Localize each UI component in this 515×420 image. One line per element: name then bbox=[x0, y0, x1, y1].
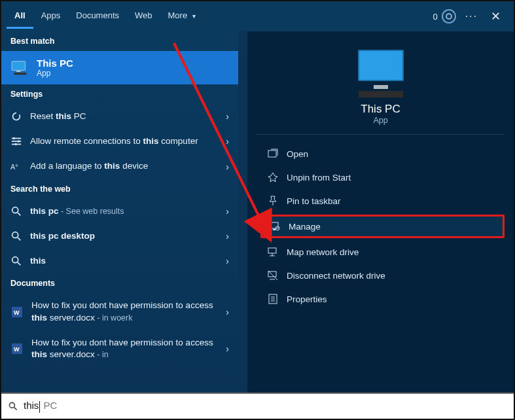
group-documents: Documents bbox=[1, 273, 238, 293]
chevron-right-icon: › bbox=[226, 343, 229, 354]
reset-icon bbox=[10, 111, 22, 122]
svg-rect-20 bbox=[268, 150, 276, 157]
medal-icon bbox=[442, 9, 456, 24]
results-panel: Best match This PC App Settings Reset th… bbox=[1, 31, 238, 393]
rewards-points[interactable]: 0 bbox=[433, 9, 455, 24]
search-icon bbox=[10, 255, 22, 267]
action-pin-taskbar[interactable]: Pin to taskbar bbox=[260, 191, 505, 211]
group-best-match: Best match bbox=[1, 31, 238, 51]
group-settings: Settings bbox=[1, 84, 238, 104]
web-this-pc[interactable]: this pc - See web results › bbox=[1, 199, 238, 224]
rewards-count: 0 bbox=[433, 12, 437, 22]
word-doc-icon: W bbox=[10, 342, 24, 355]
svg-point-10 bbox=[12, 207, 18, 213]
search-icon bbox=[10, 230, 22, 242]
svg-point-35 bbox=[9, 402, 14, 408]
action-disconnect-drive[interactable]: Disconnect network drive bbox=[260, 266, 505, 285]
action-manage[interactable]: Manage bbox=[260, 215, 505, 238]
chevron-right-icon: › bbox=[226, 162, 229, 172]
disconnect-drive-icon bbox=[267, 270, 279, 281]
svg-rect-1 bbox=[16, 71, 21, 72]
svg-rect-2 bbox=[14, 72, 26, 74]
svg-rect-0 bbox=[12, 61, 26, 70]
more-options-button[interactable]: ··· bbox=[465, 10, 478, 22]
settings-reset-this-pc[interactable]: Reset this PC › bbox=[1, 104, 238, 129]
header-bar: All Apps Documents Web More ▾ 0 ··· ✕ bbox=[1, 1, 514, 31]
action-unpin-start[interactable]: Unpin from Start bbox=[260, 167, 505, 187]
svg-point-8 bbox=[14, 143, 17, 146]
preview-panel: This PC App Open Unpin from Start Pin to… bbox=[247, 31, 514, 393]
manage-icon bbox=[269, 220, 281, 232]
map-drive-icon bbox=[267, 246, 279, 258]
group-web: Search the web bbox=[1, 179, 238, 199]
svg-text:A°: A° bbox=[10, 162, 18, 170]
chevron-right-icon: › bbox=[226, 231, 229, 241]
action-open-label: Open bbox=[287, 149, 308, 159]
pin-icon bbox=[267, 195, 279, 207]
chevron-right-icon: › bbox=[226, 256, 229, 266]
svg-rect-21 bbox=[270, 222, 278, 228]
tab-more[interactable]: More ▾ bbox=[160, 1, 204, 27]
preview-subtitle: App bbox=[373, 116, 387, 125]
tab-all[interactable]: All bbox=[7, 1, 33, 29]
doc-result-1[interactable]: W How to fix you dont have permission to… bbox=[1, 293, 238, 330]
action-disconnect-label: Disconnect network drive bbox=[287, 271, 385, 281]
best-match-this-pc[interactable]: This PC App bbox=[1, 51, 238, 84]
action-manage-label: Manage bbox=[289, 222, 321, 232]
close-button[interactable]: ✕ bbox=[487, 9, 505, 24]
tab-documents[interactable]: Documents bbox=[68, 1, 127, 27]
chevron-right-icon: › bbox=[226, 136, 229, 147]
language-icon: A° bbox=[10, 161, 22, 173]
action-list: Open Unpin from Start Pin to taskbar Man… bbox=[257, 141, 505, 309]
settings-remote-connections[interactable]: Allow remote connections to this compute… bbox=[1, 129, 238, 154]
properties-icon bbox=[267, 293, 279, 305]
action-properties-label: Properties bbox=[287, 294, 327, 304]
doc-result-2[interactable]: W How to fix you dont have permission to… bbox=[1, 330, 238, 367]
action-properties[interactable]: Properties bbox=[260, 289, 505, 309]
svg-text:W: W bbox=[14, 309, 20, 316]
svg-point-14 bbox=[12, 257, 18, 263]
preview-header: This PC App bbox=[257, 43, 505, 135]
tab-more-label: More bbox=[168, 10, 188, 20]
svg-line-13 bbox=[18, 237, 21, 241]
svg-point-12 bbox=[12, 232, 18, 238]
svg-point-6 bbox=[13, 137, 16, 140]
tab-apps[interactable]: Apps bbox=[33, 1, 69, 27]
header-right: 0 ··· ✕ bbox=[433, 1, 508, 31]
search-bar[interactable]: this PC bbox=[1, 393, 514, 419]
unpin-icon bbox=[267, 171, 279, 183]
sliders-icon bbox=[10, 135, 22, 147]
chevron-right-icon: › bbox=[226, 206, 229, 217]
this-pc-large-icon bbox=[358, 50, 404, 97]
search-icon bbox=[10, 205, 22, 217]
best-match-title: This PC bbox=[37, 58, 73, 69]
settings-add-language[interactable]: A° Add a language to this device › bbox=[1, 154, 238, 179]
search-icon bbox=[8, 401, 18, 411]
svg-line-15 bbox=[18, 262, 21, 266]
chevron-right-icon: › bbox=[226, 307, 229, 317]
action-unpin-label: Unpin from Start bbox=[287, 173, 351, 183]
search-input[interactable]: this PC bbox=[24, 400, 507, 412]
action-map-label: Map network drive bbox=[287, 247, 359, 257]
chevron-right-icon: › bbox=[226, 111, 229, 122]
tab-web[interactable]: Web bbox=[127, 1, 160, 27]
svg-line-11 bbox=[18, 213, 21, 216]
svg-line-36 bbox=[14, 408, 17, 410]
svg-rect-22 bbox=[273, 229, 275, 230]
filter-tabs: All Apps Documents Web More ▾ bbox=[7, 1, 204, 31]
action-pin-label: Pin to taskbar bbox=[287, 196, 341, 206]
this-pc-icon bbox=[10, 60, 29, 76]
svg-rect-24 bbox=[268, 248, 276, 253]
preview-title: This PC bbox=[361, 103, 400, 116]
svg-text:W: W bbox=[14, 346, 20, 353]
word-doc-icon: W bbox=[10, 306, 24, 319]
svg-point-7 bbox=[18, 141, 20, 143]
web-this[interactable]: this › bbox=[1, 249, 238, 273]
action-map-drive[interactable]: Map network drive bbox=[260, 242, 505, 262]
web-this-pc-desktop[interactable]: this pc desktop › bbox=[1, 224, 238, 249]
best-match-subtitle: App bbox=[37, 69, 73, 78]
chevron-down-icon: ▾ bbox=[192, 12, 196, 20]
action-open[interactable]: Open bbox=[260, 144, 505, 164]
open-icon bbox=[267, 148, 279, 160]
